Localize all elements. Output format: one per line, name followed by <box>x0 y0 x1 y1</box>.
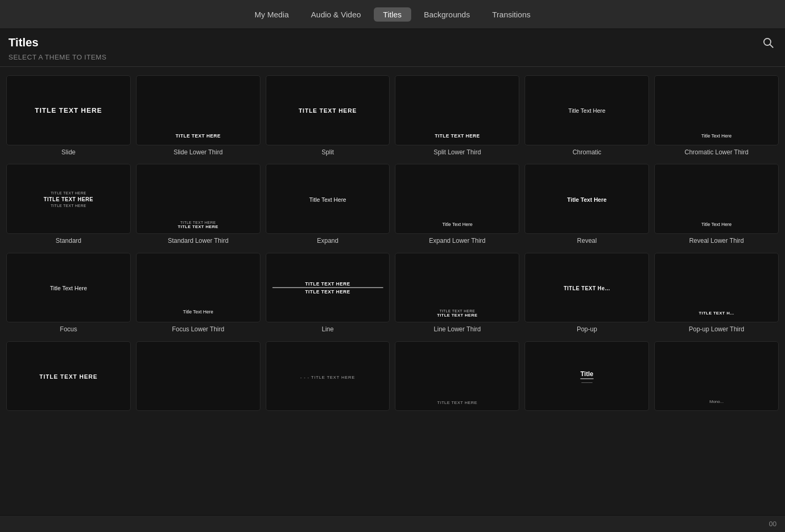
search-button[interactable] <box>760 34 777 51</box>
grid-item-split[interactable]: TITLE TEXT HERE Split <box>266 75 390 156</box>
thumb-label-expand-lower-third: Title Text Here <box>442 222 473 227</box>
grid-item-popup-lower-third[interactable]: TITLE TEXT H... Pop-up Lower Third <box>654 253 779 334</box>
thumbnail-chromatic-lower-third: Title Text Here <box>654 75 779 145</box>
grid-item-expand[interactable]: Title Text Here Expand <box>266 164 390 245</box>
thumbnail-row4-3: - - - TITLE TEXT HERE <box>266 341 390 411</box>
grid-item-row4-6[interactable]: Mono... <box>654 341 779 415</box>
item-label-expand: Expand <box>317 237 338 245</box>
item-label-line: Line <box>322 326 334 334</box>
nav-transitions[interactable]: Transitions <box>482 7 540 22</box>
thumb-label-expand: Title Text Here <box>309 196 346 203</box>
item-label-reveal: Reveal <box>577 237 597 245</box>
grid-item-slide[interactable]: TITLE TEXT HERE Slide <box>6 75 131 156</box>
thumbnail-standard: TITLE TEXT HERE TITLE TEXT HERE TITLE TE… <box>6 164 131 234</box>
thumbnail-row4-4: TITLE TEXT HERE <box>395 341 519 411</box>
thumbnail-reveal: Title Text Here <box>525 164 649 234</box>
item-label-slide-lower-third: Slide Lower Third <box>173 149 222 157</box>
item-label-line-lower-third: Line Lower Third <box>434 326 481 334</box>
item-label-slide: Slide <box>62 149 76 157</box>
top-navigation: My Media Audio & Video Titles Background… <box>0 0 785 29</box>
thumb-label-reveal: Title Text Here <box>567 196 607 203</box>
grid-item-row4-2[interactable] <box>136 341 260 415</box>
item-label-standard-lower-third: Standard Lower Third <box>168 237 228 245</box>
thumbnail-line-lower-third: TITLE TEXT HERE TITLE TEXT HERE <box>395 253 519 323</box>
thumb-line-bottom: TITLE TEXT HERE <box>272 289 383 294</box>
grid-item-row4-3[interactable]: - - - TITLE TEXT HERE <box>266 341 390 415</box>
thumbnail-slide-lower-third: TITLE TEXT HERE <box>136 75 260 145</box>
thumbnail-chromatic: Title Text Here <box>525 75 649 145</box>
thumb-standard-line1: TITLE TEXT HERE <box>51 191 86 194</box>
page-title: Titles <box>8 36 38 50</box>
thumb-label-slide: TITLE TEXT HERE <box>35 106 102 114</box>
thumb-label-row4-4: TITLE TEXT HERE <box>437 400 477 405</box>
item-label-chromatic-lower-third: Chromatic Lower Third <box>684 149 748 157</box>
thumb-std-lt-line1: TITLE TEXT HERE <box>137 221 260 224</box>
thumb-label-row4-6: Mono... <box>710 399 724 404</box>
item-label-split: Split <box>322 149 334 157</box>
thumbnail-slide: TITLE TEXT HERE <box>6 75 131 145</box>
thumb-label-focus-lower-third: Title Text Here <box>183 309 214 314</box>
grid-item-popup[interactable]: TITLE TEXT He... Pop-up <box>525 253 649 334</box>
item-label-focus-lower-third: Focus Lower Third <box>172 326 224 334</box>
thumb-label-popup-lower-third: TITLE TEXT H... <box>699 311 734 316</box>
thumb-label-split-lower-third: TITLE TEXT HERE <box>435 133 480 139</box>
thumb-label-row4-3: - - - TITLE TEXT HERE <box>301 375 355 380</box>
item-label-expand-lower-third: Expand Lower Third <box>429 237 486 245</box>
svg-line-1 <box>770 45 773 48</box>
thumbnail-popup: TITLE TEXT He... <box>525 253 649 323</box>
thumbnail-split-lower-third: TITLE TEXT HERE <box>395 75 519 145</box>
grid-item-line[interactable]: TITLE TEXT HERE TITLE TEXT HERE Line <box>266 253 390 334</box>
thumb-label-focus: Title Text Here <box>50 285 87 291</box>
timecode-display: 00 <box>769 520 777 528</box>
item-label-popup-lower-third: Pop-up Lower Third <box>689 326 744 334</box>
grid-item-focus[interactable]: Title Text Here Focus <box>6 253 131 334</box>
grid-item-standard-lower-third[interactable]: TITLE TEXT HERE TITLE TEXT HERE Standard… <box>136 164 260 245</box>
thumb-label-reveal-lower-third: Title Text Here <box>701 222 732 227</box>
footer-bar: 00 <box>0 515 785 532</box>
grid-item-row4-5[interactable]: Title ——— <box>525 341 649 415</box>
subtitle-text: SELECT A THEME TO ITEMS <box>0 53 785 67</box>
thumb-label-row4-5: Title <box>580 370 593 379</box>
grid-item-focus-lower-third[interactable]: Title Text Here Focus Lower Third <box>136 253 260 334</box>
nav-titles[interactable]: Titles <box>374 7 411 22</box>
item-label-split-lower-third: Split Lower Third <box>433 149 481 157</box>
grid-item-slide-lower-third[interactable]: TITLE TEXT HERE Slide Lower Third <box>136 75 260 156</box>
thumbnail-standard-lower-third: TITLE TEXT HERE TITLE TEXT HERE <box>136 164 260 234</box>
thumb-standard-line2: TITLE TEXT HERE <box>44 196 93 202</box>
item-label-reveal-lower-third: Reveal Lower Third <box>689 237 744 245</box>
thumb-label-popup: TITLE TEXT He... <box>564 285 610 291</box>
thumbnail-popup-lower-third: TITLE TEXT H... <box>654 253 779 323</box>
grid-item-expand-lower-third[interactable]: Title Text Here Expand Lower Third <box>395 164 519 245</box>
grid-item-reveal[interactable]: Title Text Here Reveal <box>525 164 649 245</box>
thumb-label-split: TITLE TEXT HERE <box>298 107 356 114</box>
thumb-label-chromatic-lower-third: Title Text Here <box>701 133 732 139</box>
thumbnail-expand-lower-third: Title Text Here <box>395 164 519 234</box>
thumbnail-reveal-lower-third: Title Text Here <box>654 164 779 234</box>
grid-item-line-lower-third[interactable]: TITLE TEXT HERE TITLE TEXT HERE Line Low… <box>395 253 519 334</box>
thumb-standard-line3: TITLE TEXT HERE <box>51 203 86 207</box>
thumbnail-row4-2 <box>136 341 260 411</box>
item-label-focus: Focus <box>60 326 77 334</box>
grid-item-reveal-lower-third[interactable]: Title Text Here Reveal Lower Third <box>654 164 779 245</box>
thumb-sub-row4-5: ——— <box>531 380 642 384</box>
thumbnail-expand: Title Text Here <box>266 164 390 234</box>
grid-item-row4-1[interactable]: TITLE TEXT HERE <box>6 341 131 415</box>
thumb-label-chromatic: Title Text Here <box>568 107 605 114</box>
header-row: Titles <box>0 29 785 53</box>
nav-audio-video[interactable]: Audio & Video <box>302 7 371 22</box>
nav-my-media[interactable]: My Media <box>245 7 298 22</box>
grid-item-standard[interactable]: TITLE TEXT HERE TITLE TEXT HERE TITLE TE… <box>6 164 131 245</box>
thumbnail-focus: Title Text Here <box>6 253 131 323</box>
grid-item-chromatic[interactable]: Title Text Here Chromatic <box>525 75 649 156</box>
grid-item-row4-4[interactable]: TITLE TEXT HERE <box>395 341 519 415</box>
item-label-popup: Pop-up <box>577 326 597 334</box>
thumb-line-top: TITLE TEXT HERE <box>272 281 383 288</box>
grid-item-split-lower-third[interactable]: TITLE TEXT HERE Split Lower Third <box>395 75 519 156</box>
nav-backgrounds[interactable]: Backgrounds <box>414 7 480 22</box>
item-label-chromatic: Chromatic <box>573 149 602 157</box>
grid-item-chromatic-lower-third[interactable]: Title Text Here Chromatic Lower Third <box>654 75 779 156</box>
thumb-label-slide-lower-third: TITLE TEXT HERE <box>176 133 221 139</box>
thumbnail-row4-6: Mono... <box>654 341 779 411</box>
thumbnail-split: TITLE TEXT HERE <box>266 75 390 145</box>
thumbnail-line: TITLE TEXT HERE TITLE TEXT HERE <box>266 253 390 323</box>
